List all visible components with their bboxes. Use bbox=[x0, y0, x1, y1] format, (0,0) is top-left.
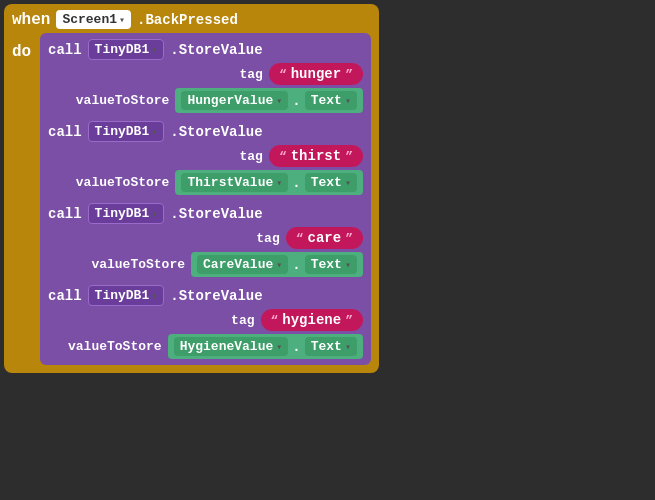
tag-label-3: tag bbox=[165, 313, 255, 328]
open-quote-0: “ bbox=[279, 67, 287, 82]
tinydb-dropdown-1[interactable]: TinyDB1 ▾ bbox=[88, 121, 165, 142]
tag-row-3: tag “ hygiene ” bbox=[68, 309, 363, 331]
value-row-0: valueToStore HungerValue ▾ . Text ▾ bbox=[68, 88, 363, 113]
call-block-1: call TinyDB1 ▾ .StoreValue tag “ thirst … bbox=[48, 121, 363, 195]
component-arrow-0: ▾ bbox=[276, 95, 282, 107]
tinydb-arrow-3: ▾ bbox=[151, 290, 157, 302]
dot-3: . bbox=[292, 339, 300, 355]
value-pill-container-1: ThirstValue ▾ . Text ▾ bbox=[175, 170, 363, 195]
tag-text-1: thirst bbox=[291, 148, 341, 164]
when-row: when Screen1 ▾ .BackPressed bbox=[12, 10, 371, 29]
divider-0 bbox=[48, 115, 363, 119]
tag-label-0: tag bbox=[173, 67, 263, 82]
tag-label-2: tag bbox=[190, 231, 280, 246]
do-section: do call TinyDB1 ▾ .StoreValue tag “ hung… bbox=[12, 33, 371, 365]
tag-label-1: tag bbox=[173, 149, 263, 164]
value-row-1: valueToStore ThirstValue ▾ . Text ▾ bbox=[68, 170, 363, 195]
component-arrow-3: ▾ bbox=[276, 341, 282, 353]
component-value-1: ThirstValue bbox=[187, 175, 273, 190]
close-quote-0: ” bbox=[345, 67, 353, 82]
text-value-3: Text bbox=[311, 339, 342, 354]
call-header-2: call TinyDB1 ▾ .StoreValue bbox=[48, 203, 363, 224]
tinydb-value-0: TinyDB1 bbox=[95, 42, 150, 57]
tinydb-arrow-0: ▾ bbox=[151, 44, 157, 56]
do-label: do bbox=[12, 43, 36, 61]
dot-2: . bbox=[292, 257, 300, 273]
when-label: when bbox=[12, 11, 50, 29]
value-label-1: valueToStore bbox=[76, 175, 170, 190]
when-do-block: when Screen1 ▾ .BackPressed do call Tiny… bbox=[4, 4, 379, 373]
component-dropdown-3[interactable]: HygieneValue ▾ bbox=[174, 337, 289, 356]
text-arrow-1: ▾ bbox=[345, 177, 351, 189]
component-dropdown-1[interactable]: ThirstValue ▾ bbox=[181, 173, 288, 192]
tag-row-2: tag “ care ” bbox=[68, 227, 363, 249]
tag-text-3: hygiene bbox=[282, 312, 341, 328]
value-row-2: valueToStore CareValue ▾ . Text ▾ bbox=[68, 252, 363, 277]
value-label-2: valueToStore bbox=[91, 257, 185, 272]
divider-2 bbox=[48, 279, 363, 283]
call-block-3: call TinyDB1 ▾ .StoreValue tag “ hygiene… bbox=[48, 285, 363, 359]
text-value-0: Text bbox=[311, 93, 342, 108]
screen-dropdown-arrow: ▾ bbox=[119, 14, 125, 26]
dot-0: . bbox=[292, 93, 300, 109]
call-label-1: call bbox=[48, 124, 82, 140]
event-label: .BackPressed bbox=[137, 12, 238, 28]
text-dropdown-0[interactable]: Text ▾ bbox=[305, 91, 357, 110]
call-header-1: call TinyDB1 ▾ .StoreValue bbox=[48, 121, 363, 142]
tag-text-0: hunger bbox=[291, 66, 341, 82]
value-pill-container-0: HungerValue ▾ . Text ▾ bbox=[175, 88, 363, 113]
divider-1 bbox=[48, 197, 363, 201]
tag-value-2: “ care ” bbox=[286, 227, 363, 249]
call-label-3: call bbox=[48, 288, 82, 304]
value-row-3: valueToStore HygieneValue ▾ . Text ▾ bbox=[68, 334, 363, 359]
screen-dropdown[interactable]: Screen1 ▾ bbox=[56, 10, 131, 29]
tinydb-value-3: TinyDB1 bbox=[95, 288, 150, 303]
call-label-2: call bbox=[48, 206, 82, 222]
tinydb-dropdown-3[interactable]: TinyDB1 ▾ bbox=[88, 285, 165, 306]
calls-container: call TinyDB1 ▾ .StoreValue tag “ hunger … bbox=[40, 33, 371, 365]
text-value-2: Text bbox=[311, 257, 342, 272]
method-1: .StoreValue bbox=[170, 124, 262, 140]
tinydb-dropdown-0[interactable]: TinyDB1 ▾ bbox=[88, 39, 165, 60]
text-arrow-0: ▾ bbox=[345, 95, 351, 107]
dot-1: . bbox=[292, 175, 300, 191]
method-2: .StoreValue bbox=[170, 206, 262, 222]
component-dropdown-0[interactable]: HungerValue ▾ bbox=[181, 91, 288, 110]
tag-value-3: “ hygiene ” bbox=[261, 309, 363, 331]
tinydb-arrow-1: ▾ bbox=[151, 126, 157, 138]
call-block-2: call TinyDB1 ▾ .StoreValue tag “ care ” bbox=[48, 203, 363, 277]
component-arrow-2: ▾ bbox=[276, 259, 282, 271]
text-value-1: Text bbox=[311, 175, 342, 190]
close-quote-1: ” bbox=[345, 149, 353, 164]
open-quote-3: “ bbox=[271, 313, 279, 328]
tag-text-2: care bbox=[308, 230, 342, 246]
tag-value-0: “ hunger ” bbox=[269, 63, 363, 85]
component-value-0: HungerValue bbox=[187, 93, 273, 108]
component-value-2: CareValue bbox=[203, 257, 273, 272]
text-dropdown-3[interactable]: Text ▾ bbox=[305, 337, 357, 356]
call-header-0: call TinyDB1 ▾ .StoreValue bbox=[48, 39, 363, 60]
tinydb-dropdown-2[interactable]: TinyDB1 ▾ bbox=[88, 203, 165, 224]
call-header-3: call TinyDB1 ▾ .StoreValue bbox=[48, 285, 363, 306]
component-dropdown-2[interactable]: CareValue ▾ bbox=[197, 255, 288, 274]
call-label-0: call bbox=[48, 42, 82, 58]
value-label-3: valueToStore bbox=[68, 339, 162, 354]
open-quote-1: “ bbox=[279, 149, 287, 164]
tinydb-arrow-2: ▾ bbox=[151, 208, 157, 220]
tinydb-value-2: TinyDB1 bbox=[95, 206, 150, 221]
close-quote-3: ” bbox=[345, 313, 353, 328]
value-label-0: valueToStore bbox=[76, 93, 170, 108]
close-quote-2: ” bbox=[345, 231, 353, 246]
method-0: .StoreValue bbox=[170, 42, 262, 58]
method-3: .StoreValue bbox=[170, 288, 262, 304]
open-quote-2: “ bbox=[296, 231, 304, 246]
call-block-0: call TinyDB1 ▾ .StoreValue tag “ hunger … bbox=[48, 39, 363, 113]
component-value-3: HygieneValue bbox=[180, 339, 274, 354]
tag-value-1: “ thirst ” bbox=[269, 145, 363, 167]
text-dropdown-1[interactable]: Text ▾ bbox=[305, 173, 357, 192]
text-dropdown-2[interactable]: Text ▾ bbox=[305, 255, 357, 274]
screen-value: Screen1 bbox=[62, 12, 117, 27]
tinydb-value-1: TinyDB1 bbox=[95, 124, 150, 139]
text-arrow-2: ▾ bbox=[345, 259, 351, 271]
text-arrow-3: ▾ bbox=[345, 341, 351, 353]
